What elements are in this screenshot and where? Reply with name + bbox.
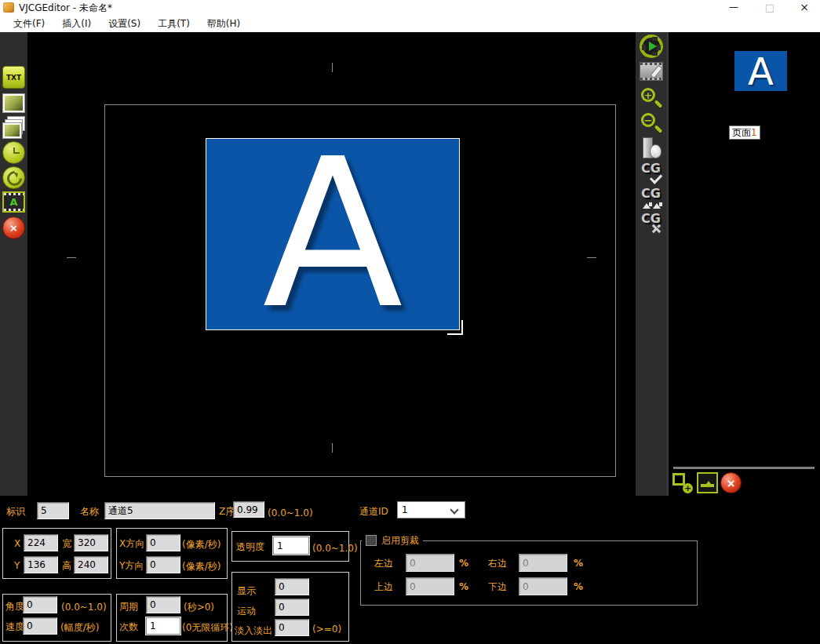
window-title: VJCGEditor - 未命名* <box>19 2 112 15</box>
opacity-hint: (0.0~1.0) <box>312 543 358 554</box>
x-field[interactable] <box>24 534 58 551</box>
z-order-field[interactable] <box>233 501 264 518</box>
clip-right-field[interactable] <box>519 554 567 572</box>
element-letter: A <box>262 132 403 337</box>
fade-hint: (>=0) <box>312 624 341 635</box>
page-size-button[interactable] <box>697 472 718 493</box>
film-letter: A <box>4 196 24 208</box>
cg-apply-button[interactable]: CG <box>640 161 663 184</box>
motion-label: 运动 <box>237 606 256 617</box>
y-direction-label: Y方向 <box>119 560 144 571</box>
edit-canvas[interactable]: A <box>27 32 636 496</box>
center-tick-top <box>332 63 333 72</box>
countdown-tool-icon[interactable] <box>2 166 25 189</box>
z-order-hint: (0.0~1.0) <box>268 508 313 518</box>
left-toolbar: TXT A × <box>0 32 27 496</box>
clip-right-label: 右边 <box>488 558 507 569</box>
close-button[interactable]: × <box>789 0 820 15</box>
enable-clipping-checkbox[interactable] <box>366 535 377 546</box>
magnifier-handle <box>654 100 663 108</box>
thumbnail-letter: A <box>748 53 774 90</box>
clock-tool-icon[interactable] <box>2 141 25 164</box>
times-hint: (0无限循环) <box>182 622 233 633</box>
menu-file[interactable]: 文件(F) <box>5 15 53 32</box>
page-name-label[interactable]: 页面1 <box>729 126 760 140</box>
zoom-out-button[interactable]: − <box>640 111 663 135</box>
magnifier-plus-icon: + <box>641 88 655 102</box>
angle-hint: (0.0~1.0) <box>61 602 107 613</box>
center-tick-right <box>587 257 596 258</box>
preview-play-button[interactable] <box>640 35 663 58</box>
times-field[interactable] <box>146 617 180 635</box>
x-direction-label: X方向 <box>119 538 144 549</box>
minimize-button[interactable]: — <box>718 0 749 15</box>
selected-cg-element[interactable]: A <box>206 138 460 330</box>
resize-handle[interactable] <box>447 320 463 335</box>
arrow-stem <box>649 202 652 206</box>
fade-field[interactable] <box>275 619 309 636</box>
name-field[interactable] <box>104 502 215 519</box>
x-direction-field[interactable] <box>146 534 180 551</box>
x-direction-hint: (像素/秒) <box>182 539 220 550</box>
height-field[interactable] <box>74 556 108 573</box>
animation-tool-icon[interactable]: A <box>2 191 25 213</box>
period-hint: (秒>0) <box>184 602 214 613</box>
opacity-field[interactable] <box>273 537 309 555</box>
add-page-button[interactable]: + <box>672 472 693 493</box>
app-icon <box>3 2 14 13</box>
width-label: 宽 <box>62 538 71 549</box>
display-label: 显示 <box>237 585 256 596</box>
menu-tools[interactable]: 工具(T) <box>149 15 199 32</box>
clip-bottom-label: 下边 <box>488 581 507 592</box>
clip-top-label: 上边 <box>374 581 393 592</box>
up-arrow-icon <box>643 199 651 209</box>
edit-film-button[interactable] <box>640 62 663 81</box>
channel-id-select[interactable]: 1 <box>397 501 465 518</box>
clip-top-field[interactable] <box>406 577 454 595</box>
magnifier-minus-icon: − <box>641 113 655 127</box>
speed-field[interactable] <box>23 617 57 635</box>
delete-element-button[interactable]: × <box>2 216 25 239</box>
cg-upload-button[interactable]: CG <box>640 186 663 209</box>
film-perforation <box>4 209 24 211</box>
menu-settings[interactable]: 设置(S) <box>100 15 149 32</box>
clip-right-percent: % <box>574 558 583 569</box>
film-perforation <box>640 78 662 80</box>
clip-bottom-field[interactable] <box>519 577 567 595</box>
properties-panel: 标识 名称 Z序 (0.0~1.0) 通道ID 1 X 宽 Y 高 X方向 (像… <box>0 496 820 644</box>
period-field[interactable] <box>146 596 180 613</box>
pencil-icon <box>650 65 662 79</box>
zoom-in-button[interactable]: + <box>640 86 663 110</box>
motion-field[interactable] <box>275 599 309 616</box>
cg-clear-button[interactable]: CG <box>640 211 663 235</box>
delete-page-button[interactable]: × <box>720 472 742 493</box>
menu-insert[interactable]: 插入(I) <box>53 15 100 32</box>
y-label: Y <box>14 560 20 571</box>
image-tool-icon[interactable] <box>2 92 25 115</box>
photo-frame <box>2 93 25 113</box>
plus-icon: + <box>683 483 693 493</box>
channel-id-value: 1 <box>402 504 408 515</box>
name-label: 名称 <box>80 506 99 517</box>
maximize-button[interactable]: □ <box>754 0 785 15</box>
page-thumbnail[interactable]: A <box>684 35 808 124</box>
id-field[interactable] <box>37 502 69 519</box>
preview-device-button[interactable] <box>640 136 663 160</box>
photo-image <box>5 96 23 111</box>
display-field[interactable] <box>275 578 309 595</box>
y-direction-field[interactable] <box>146 556 180 573</box>
clipping-legend: 启用剪裁 <box>362 535 423 546</box>
y-field[interactable] <box>24 556 58 573</box>
thumbnail-element: A <box>734 51 787 91</box>
pages-scrollbar[interactable] <box>673 467 815 469</box>
speed-hint: (幅度/秒) <box>60 622 99 633</box>
width-field[interactable] <box>74 534 108 551</box>
photo-frame-front <box>2 122 22 139</box>
clip-left-field[interactable] <box>406 554 454 572</box>
center-tick-left <box>67 257 76 258</box>
menu-help[interactable]: 帮助(H) <box>199 15 249 32</box>
text-tool-icon[interactable]: TXT <box>2 66 25 89</box>
ring-notch <box>657 45 661 50</box>
angle-field[interactable] <box>23 596 57 613</box>
image-sequence-tool-icon[interactable] <box>2 116 25 139</box>
